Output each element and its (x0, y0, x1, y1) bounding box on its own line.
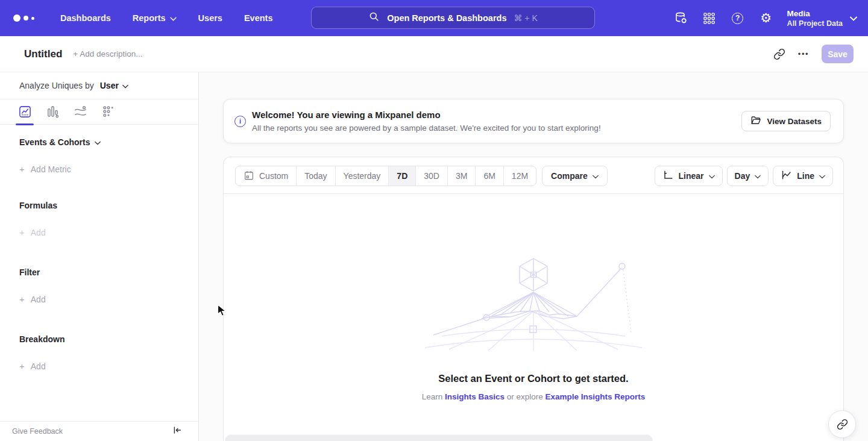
nav-item-events[interactable]: Events (244, 13, 273, 23)
line-chart-icon (781, 169, 792, 183)
date-range-30d[interactable]: 30D (416, 166, 448, 186)
global-search[interactable]: Open Reports & Dashboards ⌘ + K (311, 7, 595, 29)
plus-icon: + (19, 227, 25, 237)
project-scope: All Project Data (787, 19, 843, 28)
copy-link-icon[interactable] (773, 48, 785, 60)
breakdown-section-title: Breakdown (19, 334, 198, 344)
tab-insights-chart-icon[interactable] (16, 104, 33, 120)
search-icon (368, 11, 380, 25)
chevron-down-icon (709, 171, 715, 181)
analyze-by-label: Analyze Uniques by (19, 81, 94, 90)
empty-state-illustration (419, 256, 648, 351)
query-builder-sidebar: Analyze Uniques by User (0, 72, 199, 441)
view-datasets-button[interactable]: View Datasets (741, 111, 831, 131)
folder-icon (750, 115, 761, 128)
plus-icon: + (19, 164, 25, 174)
search-shortcut: ⌘ + K (514, 13, 537, 23)
give-feedback-link[interactable]: Give Feedback (12, 427, 63, 436)
chevron-down-icon (819, 171, 825, 181)
tab-flows-icon[interactable] (72, 104, 89, 120)
add-filter-button[interactable]: + Add (19, 294, 198, 304)
search-placeholder: Open Reports & Dashboards (387, 13, 506, 23)
interval-selector-button[interactable]: Day (727, 166, 769, 186)
collapse-sidebar-icon[interactable] (172, 425, 182, 437)
formulas-section-title: Formulas (19, 201, 198, 210)
apps-grid-icon[interactable] (702, 11, 717, 25)
compare-button[interactable]: Compare (542, 166, 608, 186)
top-nav: Dashboards Reports Users Events Open Rep… (0, 0, 868, 36)
chart-type-selector-button[interactable]: Line (773, 166, 833, 186)
filter-section-title: Filter (19, 267, 198, 277)
report-header: Untitled + Add description... ••• Save (0, 36, 868, 72)
date-range-yesterday[interactable]: Yesterday (336, 166, 389, 186)
tab-retention-icon[interactable] (99, 104, 116, 120)
visualization-tabs (0, 99, 198, 125)
mixpanel-logo-icon[interactable] (13, 14, 43, 22)
add-breakdown-button[interactable]: + Add (19, 361, 198, 371)
linear-axis-icon (662, 169, 674, 183)
report-description-placeholder[interactable]: + Add description... (73, 49, 142, 58)
more-options-icon[interactable]: ••• (798, 49, 809, 58)
empty-state-links: Learn Insights Basics or explore Example… (224, 392, 843, 401)
empty-state: Select an Event or Cohort to get started… (224, 256, 843, 401)
project-name: Media (787, 8, 843, 19)
date-range-segmented-control: Custom Today Yesterday 7D 30D 3M 6M 12M (235, 166, 536, 186)
help-icon[interactable]: ? (731, 11, 745, 25)
demo-welcome-banner: i Welcome! You are viewing a Mixpanel de… (223, 99, 844, 143)
date-range-12m[interactable]: 12M (504, 166, 536, 186)
project-switcher[interactable]: Media All Project Data (787, 8, 857, 28)
add-formula-button[interactable]: + Add (19, 227, 198, 237)
data-management-icon[interactable] (674, 11, 688, 25)
calendar-icon (244, 170, 254, 183)
example-insights-reports-link[interactable]: Example Insights Reports (546, 392, 646, 401)
chevron-down-icon (850, 13, 857, 23)
date-range-3m[interactable]: 3M (448, 166, 476, 186)
save-button[interactable]: Save (822, 45, 854, 63)
main-content: i Welcome! You are viewing a Mixpanel de… (199, 72, 868, 441)
report-title[interactable]: Untitled (24, 48, 62, 60)
date-range-custom[interactable]: Custom (236, 166, 297, 186)
banner-subtitle: All the reports you see are powered by a… (252, 122, 601, 134)
banner-title: Welcome! You are viewing a Mixpanel demo (252, 109, 601, 121)
tab-bar-chart-icon[interactable] (44, 104, 61, 120)
controls-row: Custom Today Yesterday 7D 30D 3M 6M 12M … (224, 157, 843, 193)
add-metric-button[interactable]: + Add Metric (19, 164, 198, 174)
info-icon: i (234, 116, 246, 127)
chevron-down-icon (122, 81, 128, 90)
date-range-6m[interactable]: 6M (476, 166, 503, 186)
nav-item-users[interactable]: Users (198, 13, 222, 23)
plus-icon: + (19, 294, 25, 304)
share-link-fab[interactable] (828, 410, 856, 438)
analyze-by-value[interactable]: User (100, 81, 119, 90)
chevron-down-icon (593, 171, 599, 181)
date-range-7d[interactable]: 7D (389, 166, 416, 186)
nav-item-reports[interactable]: Reports (133, 13, 177, 23)
date-range-today[interactable]: Today (297, 166, 335, 186)
settings-gear-icon[interactable]: ⚙ (759, 11, 773, 25)
report-card: Custom Today Yesterday 7D 30D 3M 6M 12M … (223, 157, 844, 441)
chevron-down-icon (95, 137, 101, 147)
insights-basics-link[interactable]: Insights Basics (445, 392, 505, 401)
chevron-down-icon (170, 13, 177, 23)
nav-item-dashboards[interactable]: Dashboards (60, 13, 111, 23)
next-section-peek (225, 434, 653, 441)
empty-state-title: Select an Event or Cohort to get started… (224, 373, 843, 384)
events-cohorts-section[interactable]: Events & Cohorts (19, 137, 198, 147)
chevron-down-icon (755, 171, 761, 181)
scale-selector-button[interactable]: Linear (655, 166, 723, 186)
plus-icon: + (19, 361, 25, 371)
